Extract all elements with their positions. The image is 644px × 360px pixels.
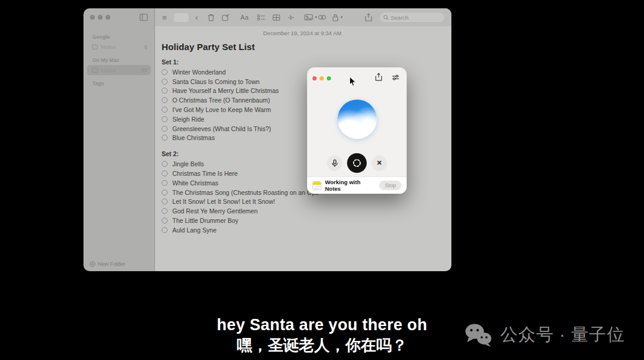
search-input[interactable] <box>391 14 438 21</box>
checkbox-circle[interactable] <box>162 116 168 122</box>
checklist-icon[interactable] <box>257 14 265 21</box>
song-title: Let It Snow! Let It Snow! Let It Snow! <box>172 198 275 205</box>
checkbox-circle[interactable] <box>162 79 168 85</box>
song-title: Blue Christmas <box>172 134 215 141</box>
sidebar-folder-list: GoogleNotes6On My MacNotes50Tags <box>83 26 154 86</box>
song-title: Jingle Bells <box>172 160 204 167</box>
folder-icon <box>92 67 98 73</box>
notes-sidebar: GoogleNotes6On My MacNotes50Tags New Fol… <box>83 8 155 271</box>
plus-circle-icon <box>89 261 95 267</box>
trash-icon[interactable] <box>208 14 215 21</box>
song-title: Santa Claus Is Coming to Town <box>172 78 259 85</box>
sidebar-toggle-icon[interactable] <box>140 14 148 21</box>
working-status-label: Working with Notes <box>325 179 376 192</box>
checkbox-circle[interactable] <box>162 180 168 186</box>
sidebar-item-notes[interactable]: Notes6 <box>87 42 151 52</box>
format-text[interactable]: Aa <box>240 14 249 21</box>
song-title: Christmas Time Is Here <box>172 170 238 177</box>
song-title: I've Got My Love to Keep Me Warm <box>172 106 271 113</box>
voice-orb <box>338 100 377 139</box>
close-window-button[interactable] <box>90 15 95 20</box>
checkbox-circle[interactable] <box>162 126 168 132</box>
note-editor[interactable]: December 19, 2024 at 9:34 AM Holiday Par… <box>155 26 451 271</box>
search-field[interactable] <box>380 13 444 22</box>
sidebar-titlebar <box>83 8 154 26</box>
watermark: 公众号 · 量子位 <box>465 322 625 347</box>
song-title: The Christmas Song (Chestnuts Roasting o… <box>172 189 319 196</box>
minimize-button[interactable] <box>320 76 324 80</box>
notes-app-icon <box>312 181 321 190</box>
checkbox-circle[interactable] <box>162 218 168 224</box>
new-folder-button[interactable]: New Folder <box>89 261 125 267</box>
checkbox-circle[interactable] <box>162 135 168 141</box>
voice-controls: ✕ <box>307 153 407 173</box>
zoom-window-button[interactable] <box>106 15 110 20</box>
checkbox-circle[interactable] <box>162 198 168 204</box>
checkbox-circle[interactable] <box>162 208 168 214</box>
upload-share-icon[interactable] <box>375 73 382 83</box>
back-chevron-icon[interactable]: ‹ <box>196 13 199 22</box>
sidebar-item-count: 6 <box>144 44 147 50</box>
sidebar-section-header: On My Mac <box>92 57 151 63</box>
gallery-view-toggle[interactable] <box>174 13 188 22</box>
zoom-button[interactable] <box>327 76 331 80</box>
minimize-window-button[interactable] <box>98 15 103 20</box>
settings-sliders-icon[interactable] <box>392 73 400 83</box>
search-icon <box>383 15 389 20</box>
checklist-item[interactable]: Let It Snow! Let It Snow! Let It Snow! <box>162 197 443 207</box>
checkbox-circle[interactable] <box>162 69 168 75</box>
close-voice-button[interactable]: ✕ <box>371 156 387 171</box>
song-title: White Christmas <box>172 179 218 187</box>
voice-window-titlebar <box>307 67 407 83</box>
checkbox-circle[interactable] <box>162 88 168 94</box>
link-icon[interactable] <box>318 14 326 20</box>
song-title: Sleigh Ride <box>172 116 205 123</box>
microphone-icon <box>331 159 339 167</box>
stop-button[interactable]: Stop <box>379 181 401 190</box>
toolbar-right-group <box>365 13 444 22</box>
checklist-item[interactable]: God Rest Ye Merry Gentlemen <box>162 206 443 216</box>
screen-share-button[interactable] <box>347 153 367 173</box>
checkbox-circle[interactable] <box>162 107 168 113</box>
song-title: Greensleeves (What Child Is This?) <box>172 125 271 132</box>
song-title: Auld Lang Syne <box>172 226 216 234</box>
sidebar-item-label: Notes <box>101 44 116 50</box>
checkbox-circle[interactable] <box>162 170 168 176</box>
checkbox-circle[interactable] <box>162 190 168 195</box>
note-title: Holiday Party Set List <box>162 42 443 52</box>
notes-main-pane: ≡‹Aa▼▼ December 19, 2024 at 9 <box>155 8 451 271</box>
checklist-item[interactable]: Auld Lang Syne <box>162 225 443 235</box>
microphone-button[interactable] <box>327 156 342 171</box>
compose-icon[interactable] <box>222 14 230 21</box>
share-icon[interactable] <box>365 13 372 21</box>
song-title: Have Yourself a Merry Little Christmas <box>172 87 279 94</box>
song-title: The Little Drummer Boy <box>172 217 239 224</box>
song-title: Winter Wonderland <box>172 69 226 76</box>
lock-icon[interactable]: ▼ <box>332 14 343 21</box>
song-title: God Rest Ye Merry Gentlemen <box>172 207 258 215</box>
song-title: O Christmas Tree (O Tannenbaum) <box>172 97 270 104</box>
note-date: December 19, 2024 at 9:34 AM <box>162 30 443 36</box>
close-icon: ✕ <box>376 159 382 167</box>
voice-window-traffic-lights[interactable] <box>312 76 331 80</box>
wechat-icon <box>465 322 493 347</box>
mouse-cursor <box>349 76 357 89</box>
sidebar-item-notes[interactable]: Notes50 <box>87 65 151 75</box>
list-view-icon[interactable]: ≡ <box>162 13 167 22</box>
folder-icon <box>92 44 98 49</box>
media-icon[interactable]: ▼ <box>304 14 318 21</box>
voice-window-actions <box>375 73 400 83</box>
sidebar-item-label: Notes <box>101 67 116 73</box>
checkbox-circle[interactable] <box>162 227 168 233</box>
audio-bars-icon[interactable] <box>287 14 295 21</box>
voice-window-footer: Working with Notes Stop <box>307 177 407 194</box>
checkbox-circle[interactable] <box>162 161 168 167</box>
close-button[interactable] <box>312 76 317 80</box>
table-icon[interactable] <box>273 14 280 21</box>
screen-share-icon <box>352 158 362 168</box>
checkbox-circle[interactable] <box>162 97 168 103</box>
checklist-item[interactable]: The Little Drummer Boy <box>162 216 443 225</box>
new-folder-label: New Folder <box>98 261 125 267</box>
set-heading: Set 1: <box>162 58 443 66</box>
window-traffic-lights[interactable] <box>90 15 110 20</box>
